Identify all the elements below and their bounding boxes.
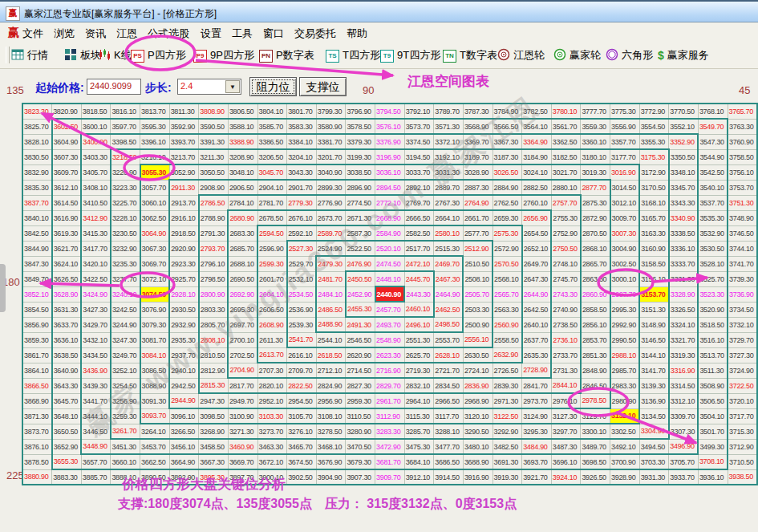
- gann-cell[interactable]: 3547.30: [698, 134, 728, 149]
- gann-cell[interactable]: 3144.10: [639, 347, 669, 363]
- gann-cell[interactable]: 3408.10: [81, 180, 111, 195]
- gann-cell[interactable]: 3319.30: [669, 347, 699, 363]
- gann-cell[interactable]: 2580.10: [434, 225, 464, 241]
- gann-cell[interactable]: 3081.70: [140, 332, 170, 347]
- gann-cell[interactable]: 2460.10: [404, 302, 434, 317]
- gann-cell[interactable]: 2457.70: [375, 302, 405, 317]
- gann-cell[interactable]: 3367.30: [492, 134, 522, 149]
- gann-cell[interactable]: 3482.50: [492, 439, 522, 454]
- gann-cell[interactable]: 2474.50: [375, 256, 405, 271]
- gann-cell[interactable]: 3640.90: [52, 363, 82, 378]
- gann-cell[interactable]: 3000.10: [610, 271, 640, 286]
- gann-cell[interactable]: 2983.30: [610, 378, 640, 393]
- gann-cell[interactable]: 2716.90: [375, 363, 405, 378]
- gann-cell[interactable]: 2791.30: [199, 225, 229, 241]
- gann-cell[interactable]: 2911.30: [169, 180, 199, 195]
- gann-cell[interactable]: 3132.10: [610, 408, 640, 424]
- gann-cell[interactable]: 2812.90: [199, 363, 229, 378]
- gann-cell[interactable]: 3264.10: [140, 424, 170, 439]
- gann-cell[interactable]: 2563.30: [492, 302, 522, 317]
- gann-cell[interactable]: 2784.10: [228, 195, 257, 210]
- gann-cell[interactable]: 2532.10: [287, 271, 317, 286]
- gann-cell[interactable]: 2781.70: [257, 195, 287, 210]
- gann-cell[interactable]: 2810.50: [199, 347, 229, 363]
- gann-cell[interactable]: 3650.50: [52, 424, 82, 439]
- gann-cell[interactable]: 2774.50: [346, 195, 375, 210]
- gann-cell[interactable]: 2908.90: [199, 180, 229, 195]
- gann-cell[interactable]: 3703.30: [639, 454, 669, 469]
- gann-cell[interactable]: 2839.30: [492, 378, 522, 393]
- gann-cell[interactable]: 2772.10: [375, 195, 405, 210]
- gann-cell[interactable]: 3412.90: [81, 210, 111, 225]
- gann-cell[interactable]: 2685.70: [228, 241, 257, 256]
- gann-cell[interactable]: 3069.70: [140, 256, 170, 271]
- gann-cell[interactable]: 3679.30: [346, 454, 375, 469]
- gann-cell[interactable]: 3180.10: [581, 149, 610, 164]
- gann-cell[interactable]: 2928.10: [169, 286, 199, 302]
- gann-cell[interactable]: 3153.70: [639, 286, 669, 302]
- gann-cell[interactable]: 3655.30: [52, 454, 82, 469]
- gann-cell[interactable]: 3204.10: [287, 149, 317, 164]
- gann-cell[interactable]: 3280.90: [346, 424, 375, 439]
- gann-cell[interactable]: 2700.10: [228, 332, 257, 347]
- gann-cell[interactable]: 3631.30: [52, 302, 82, 317]
- gann-cell[interactable]: 2440.90: [375, 286, 405, 302]
- gann-cell[interactable]: 3028.90: [463, 164, 492, 180]
- gann-cell[interactable]: 3093.70: [140, 408, 170, 424]
- gann-cell[interactable]: 3607.30: [52, 149, 82, 164]
- gann-cell[interactable]: 3518.50: [698, 317, 728, 332]
- gann-cell[interactable]: 3043.30: [287, 164, 317, 180]
- gann-cell[interactable]: 3756.10: [728, 164, 757, 180]
- gann-cell[interactable]: 3016.90: [610, 164, 640, 180]
- gann-cell[interactable]: 3448.90: [81, 439, 111, 454]
- gann-cell[interactable]: 3362.50: [551, 134, 581, 149]
- gann-cell[interactable]: 3556.90: [610, 119, 640, 134]
- gann-cell[interactable]: 3103.30: [257, 408, 287, 424]
- gann-cell[interactable]: 2625.70: [404, 347, 434, 363]
- gann-cell[interactable]: 3218.50: [111, 149, 140, 164]
- gann-cell[interactable]: 2565.70: [492, 286, 522, 302]
- menu-item-5[interactable]: 设置: [201, 26, 221, 41]
- gann-cell[interactable]: 2508.10: [463, 271, 492, 286]
- gann-cell[interactable]: 2956.90: [316, 393, 346, 408]
- gann-cell[interactable]: 2618.50: [316, 347, 346, 363]
- gann-cell[interactable]: 3919.30: [492, 469, 522, 485]
- gann-cell[interactable]: 2863.30: [581, 271, 610, 286]
- gann-cell[interactable]: 3237.70: [111, 271, 140, 286]
- gann-cell[interactable]: 3338.50: [669, 225, 699, 241]
- gann-cell[interactable]: 2613.70: [257, 347, 287, 363]
- gann-cell[interactable]: 3417.70: [81, 241, 111, 256]
- gann-cell[interactable]: 3619.30: [52, 225, 82, 241]
- gann-cell[interactable]: 3856.90: [22, 317, 52, 332]
- gann-cell[interactable]: 2500.90: [463, 317, 492, 332]
- gann-cell[interactable]: 2721.70: [434, 363, 464, 378]
- gann-cell[interactable]: 3290.50: [463, 424, 492, 439]
- gann-cell[interactable]: 3487.30: [551, 439, 581, 454]
- gann-cell[interactable]: 2803.30: [199, 302, 229, 317]
- gann-cell[interactable]: 3744.10: [728, 241, 757, 256]
- gann-cell[interactable]: 3064.90: [140, 225, 170, 241]
- gann-cell[interactable]: 2661.70: [463, 210, 492, 225]
- gann-cell[interactable]: 3782.50: [522, 104, 552, 119]
- gann-cell[interactable]: 2467.30: [434, 271, 464, 286]
- gann-cell[interactable]: 3880.90: [22, 469, 52, 485]
- gann-cell[interactable]: 3307.30: [669, 424, 699, 439]
- toolbar-button-赢家轮[interactable]: 赢家轮: [553, 47, 601, 63]
- gann-cell[interactable]: 2529.70: [287, 256, 317, 271]
- gann-cell[interactable]: 2680.90: [228, 210, 257, 225]
- gann-cell[interactable]: 3511.30: [698, 363, 728, 378]
- gann-cell[interactable]: 3304.90: [639, 424, 669, 439]
- gann-cell[interactable]: 2815.30: [199, 378, 229, 393]
- toolbar-button-P四方形[interactable]: PSP四方形: [131, 47, 186, 63]
- gann-cell[interactable]: 2740.90: [551, 302, 581, 317]
- gann-cell[interactable]: 2649.70: [522, 256, 552, 271]
- gann-cell[interactable]: 2582.50: [404, 225, 434, 241]
- gann-cell[interactable]: 2882.50: [522, 180, 552, 195]
- gann-cell[interactable]: 2505.70: [463, 286, 492, 302]
- gann-cell[interactable]: 3009.70: [610, 210, 640, 225]
- gann-cell[interactable]: 2464.90: [434, 286, 464, 302]
- gann-cell[interactable]: 3597.70: [111, 119, 140, 134]
- gann-cell[interactable]: 2971.30: [492, 393, 522, 408]
- gann-cell[interactable]: 3177.70: [610, 149, 640, 164]
- gann-cell[interactable]: 2522.50: [346, 241, 375, 256]
